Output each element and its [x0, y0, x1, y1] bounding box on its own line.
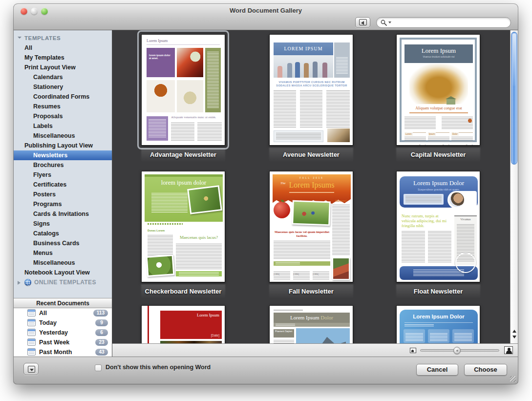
recent-item-past-month[interactable]: Past Month 43 [14, 347, 112, 357]
window-title: Word Document Gallery [14, 7, 518, 14]
template-thumbnail-fall-newsletter[interactable]: FALL 2016 The Lorem Ipsums Maecenas! Mae… [262, 171, 360, 295]
sidebar-item-print-layout-view[interactable]: Print Layout View [14, 63, 112, 72]
writing-hand-photo [327, 128, 350, 142]
template-thumbnail-advantage-newsletter[interactable]: Lorem Ipsum lorem ipsum dolor at amet. A… [134, 34, 232, 158]
recent-item-today[interactable]: Today 9 [14, 318, 112, 328]
count-badge: 9 [95, 319, 108, 326]
sidebar-item-stationery[interactable]: Stationery [14, 82, 112, 92]
scroll-down-arrow-icon[interactable] [512, 336, 516, 340]
small-thumbnail-icon [410, 348, 416, 353]
sidebar-item-my-templates[interactable]: My Templates [14, 53, 112, 63]
disclosure-triangle-icon[interactable] [18, 281, 22, 285]
calendar-icon [27, 329, 36, 336]
template-thumbnail-red-newsletter[interactable]: Lorem Ipsum [Date] [134, 305, 232, 343]
bird-photo [146, 254, 175, 277]
sidebar-item-business-cards[interactable]: Business Cards [14, 238, 112, 248]
search-field[interactable] [376, 17, 511, 28]
dont-show-checkbox[interactable] [95, 364, 102, 371]
recent-item-past-week[interactable]: Past Week 23 [14, 338, 112, 347]
disclosure-triangle-icon[interactable] [18, 37, 21, 41]
sidebar-item-resumes[interactable]: Resumes [14, 102, 112, 111]
photographer-photo [187, 185, 222, 214]
gallery-scrollbar[interactable] [510, 30, 518, 343]
sidebar-item-miscellaneous-publishing[interactable]: Miscellaneous [14, 258, 112, 268]
count-badge: 113 [93, 310, 108, 317]
slider-thumb[interactable] [453, 347, 461, 354]
template-thumbnail-gray-newsletter[interactable]: Lorem Ipsum Dolor Praesent Sapien [262, 305, 360, 343]
sidebar-item-calendars[interactable]: Calendars [14, 72, 112, 82]
phone-call-photo [447, 191, 477, 209]
template-title: Checkerboard Newsletter [134, 288, 232, 295]
template-thumbnail-avenue-newsletter[interactable]: LOREM IPSUM VIVAMUS PORTTITOR CURSUS NEC… [262, 34, 360, 158]
scroll-up-arrow-icon[interactable] [512, 328, 516, 333]
template-thumbnail-blue-newsletter[interactable]: Lorem Ipsum Dolor [389, 305, 487, 343]
recent-documents-header: Recent Documents [14, 298, 112, 308]
calendar-icon [27, 348, 36, 356]
sidebar-item-labels[interactable]: Labels [14, 121, 112, 131]
recent-item-all[interactable]: All 113 [14, 308, 112, 318]
sidebar-item-miscellaneous-print[interactable]: Miscellaneous [14, 131, 112, 141]
calendar-icon [27, 309, 36, 317]
sidebar-item-signs[interactable]: Signs [14, 219, 112, 229]
calendar-icon [27, 319, 36, 326]
family-photo [292, 200, 331, 226]
sidebar-item-certificates[interactable]: Certificates [14, 180, 112, 190]
choose-button[interactable]: Choose [464, 364, 507, 376]
resize-grip[interactable] [510, 376, 516, 382]
templates-section-header[interactable]: TEMPLATES [14, 33, 112, 43]
sidebar-item-cards-invitations[interactable]: Cards & Invitations [14, 209, 112, 219]
dont-show-checkbox-label[interactable]: Don't show this when opening Word [106, 364, 211, 371]
sidebar-item-posters[interactable]: Posters [14, 190, 112, 199]
sidebar-item-notebook-layout-view[interactable]: Notebook Layout View [14, 268, 112, 277]
mother-child-photo [332, 257, 350, 280]
sidebar-item-publishing-layout-view[interactable]: Publishing Layout View [14, 141, 112, 150]
search-icon [381, 20, 387, 26]
templates-list: TEMPLATES All My Templates Print Layout … [14, 30, 112, 287]
template-thumbnail-checkerboard-newsletter[interactable]: lorem ipsum dolor Donec Lorem Maecenas q… [134, 171, 232, 295]
globe-icon [24, 279, 31, 286]
thumbnail-size-slider[interactable] [420, 349, 499, 352]
template-title: Advantage Newsletter [134, 151, 232, 158]
sidebar-item-programs[interactable]: Programs [14, 199, 112, 209]
sidebar-item-brochures[interactable]: Brochures [14, 160, 112, 170]
count-badge: 23 [95, 339, 108, 346]
action-menu-button[interactable] [23, 363, 39, 375]
template-thumbnail-capital-newsletter[interactable]: Lorem Ipsum Vivamus tincidunt sollicitud… [389, 34, 487, 158]
thumbnail-size-bar [112, 343, 518, 357]
sidebar-item-newsletters-selected[interactable]: Newsletters [14, 150, 112, 160]
content-area: TEMPLATES All My Templates Print Layout … [14, 30, 518, 357]
large-thumbnail-icon [504, 346, 513, 354]
recent-item-yesterday[interactable]: Yesterday 6 [14, 328, 112, 338]
sidebar-item-menus[interactable]: Menus [14, 248, 112, 258]
coins-photo [409, 64, 468, 104]
cancel-button[interactable]: Cancel [416, 364, 458, 376]
search-scope-chevron-icon[interactable] [388, 21, 391, 25]
sidebar-item-coordinated-forms[interactable]: Coordinated Forms [14, 92, 112, 102]
apple-photo [274, 202, 290, 218]
sidebar-item-flyers[interactable]: Flyers [14, 170, 112, 180]
template-title: Fall Newsletter [262, 288, 360, 295]
sidebar-item-proposals[interactable]: Proposals [14, 111, 112, 121]
group-photo [455, 253, 476, 273]
template-title: Capital Newsletter [389, 151, 487, 158]
template-thumbnail-float-newsletter[interactable]: Lorem Ipsum Dolor Suspendisse gravida ni… [389, 171, 487, 295]
template-gallery: Lorem Ipsum lorem ipsum dolor at amet. A… [112, 30, 518, 357]
sidebar-item-all[interactable]: All [14, 43, 112, 53]
count-badge: 6 [95, 329, 108, 336]
pasta-photo [177, 80, 203, 112]
sidebar-item-catalogs[interactable]: Catalogs [14, 229, 112, 238]
word-document-gallery-window: Word Document Gallery TEMPLATES All [14, 4, 518, 384]
template-title: Float Newsletter [389, 288, 487, 295]
title-bar: Word Document Gallery [14, 4, 518, 30]
calendar-icon [27, 338, 36, 346]
cake-photo [147, 80, 175, 112]
search-input[interactable] [394, 18, 507, 27]
recent-documents-section: Recent Documents All 113 Today 9 Yesterd… [14, 298, 112, 357]
bottom-bar: Don't show this when opening Word Cancel… [14, 357, 518, 384]
gallery-viewport: Lorem Ipsum lorem ipsum dolor at amet. A… [112, 30, 510, 343]
food-photo [177, 48, 203, 77]
sidebar-toggle-button[interactable] [355, 17, 370, 28]
scrollbar-thumb[interactable] [511, 32, 517, 165]
count-badge: 43 [95, 349, 108, 356]
sidebar-item-online-templates[interactable]: ONLINE TEMPLATES [14, 277, 112, 287]
